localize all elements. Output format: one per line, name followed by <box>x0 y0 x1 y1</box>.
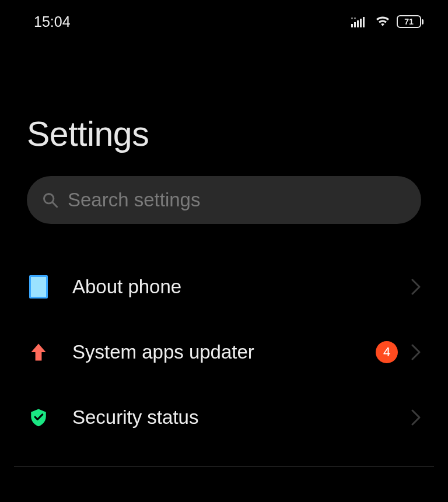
battery-level: 71 <box>404 17 414 26</box>
svg-rect-6 <box>354 17 356 19</box>
divider <box>14 466 434 467</box>
signal-icon <box>351 16 369 27</box>
chevron-right-icon <box>411 278 421 296</box>
page-title: Settings <box>27 114 448 154</box>
svg-rect-2 <box>357 20 359 27</box>
settings-item-label: Security status <box>72 406 411 429</box>
settings-item-security-status[interactable]: Security status <box>0 385 448 450</box>
chevron-right-icon <box>411 409 421 426</box>
svg-rect-3 <box>360 19 362 27</box>
svg-rect-5 <box>351 17 353 19</box>
svg-rect-1 <box>354 22 356 27</box>
search-placeholder: Search settings <box>68 189 200 211</box>
battery-icon: 71 <box>397 15 424 28</box>
status-icons: 71 <box>351 15 424 28</box>
settings-list: About phone System apps updater 4 Securi… <box>0 254 448 450</box>
about-phone-icon <box>27 275 50 299</box>
status-bar: 15:04 71 <box>0 0 448 33</box>
wifi-icon <box>375 16 390 27</box>
svg-rect-4 <box>363 17 365 27</box>
chevron-right-icon <box>411 343 421 361</box>
settings-item-label: System apps updater <box>72 341 376 363</box>
svg-rect-0 <box>351 24 353 27</box>
search-input[interactable]: Search settings <box>27 176 421 224</box>
security-icon <box>27 406 50 429</box>
update-count-badge: 4 <box>376 341 398 363</box>
settings-item-about-phone[interactable]: About phone <box>0 254 448 320</box>
search-icon <box>42 192 58 208</box>
updater-icon <box>27 340 50 364</box>
svg-line-8 <box>52 202 57 207</box>
status-time: 15:04 <box>34 13 71 30</box>
settings-item-label: About phone <box>72 276 411 298</box>
settings-item-system-apps-updater[interactable]: System apps updater 4 <box>0 320 448 385</box>
